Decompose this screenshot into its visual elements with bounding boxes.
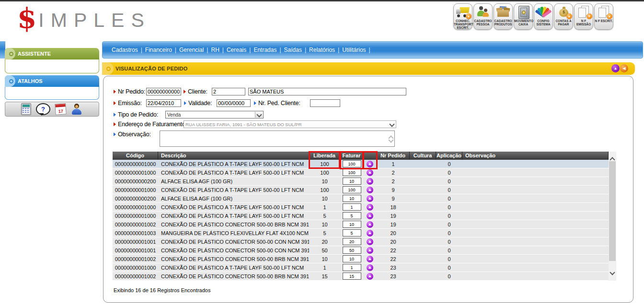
scrollbar-thumb[interactable] xyxy=(609,161,616,261)
faturar-input[interactable] xyxy=(343,160,361,167)
menu-item-utilitários[interactable]: Utilitários xyxy=(342,47,366,53)
transfer-orb-button[interactable] xyxy=(367,169,373,176)
emissao-input[interactable] xyxy=(146,99,181,107)
help-icon[interactable]: ? xyxy=(36,103,50,115)
transfer-orb-button[interactable] xyxy=(367,195,373,202)
toolbar-button-contas-a-pagar[interactable]: $ ▲ CONTAS A PAGAR xyxy=(554,3,573,30)
transfer-orb-button[interactable] xyxy=(367,204,373,211)
col-header-liberada[interactable]: Liberada xyxy=(309,152,340,160)
menu-item-entradas[interactable]: Entradas xyxy=(253,47,276,53)
table-row[interactable]: 00000000001000 CONEXÃO DE PLÁSTICO A T-T… xyxy=(113,186,616,194)
faturar-input[interactable] xyxy=(343,264,361,271)
faturar-input[interactable] xyxy=(343,203,361,211)
col-header-action xyxy=(363,152,377,160)
table-row[interactable]: 00000000000200 ALFACE ELISA AGF (100 GR)… xyxy=(113,177,616,186)
toolbar-button-movimento-caixa[interactable]: MOVIMENTO CAIXA xyxy=(514,3,533,30)
faturar-input[interactable] xyxy=(343,178,361,185)
scrollbar-down-icon[interactable] xyxy=(610,268,614,276)
col-header-descricao[interactable]: Descrição xyxy=(158,152,309,160)
transfer-orb-button[interactable] xyxy=(367,213,373,219)
toolbar-button-cadastro-pessoa[interactable]: CADASTRO PESSOA xyxy=(473,3,493,30)
table-row[interactable]: 00000000001003 MANGUEIRA DE PLÁSTICO FLE… xyxy=(113,229,616,237)
table-row[interactable]: 00000000001000 CONEXÃO DE PLÁSTICO A T-T… xyxy=(113,212,616,220)
menu-item-cereais[interactable]: Cereais xyxy=(227,47,246,53)
transfer-orb-button[interactable] xyxy=(367,161,373,167)
back-button[interactable]: ◀ xyxy=(620,64,628,72)
table-row[interactable]: 00000000000200 ALFACE ELISA AGF (100 GR)… xyxy=(113,194,616,203)
toolbar-button-nf-escrit[interactable]: ▲ N F ESCRIT. xyxy=(594,3,613,30)
faturar-input[interactable] xyxy=(343,169,361,176)
toolbar-button-cadastro-produtos[interactable]: CADASTRO PRODUTOS xyxy=(494,3,513,30)
faturar-input[interactable] xyxy=(343,195,361,202)
transfer-orb-button[interactable] xyxy=(367,273,373,280)
cliente-name-input[interactable] xyxy=(248,88,406,95)
observacao-textarea[interactable] xyxy=(160,130,395,147)
faturar-input[interactable] xyxy=(343,247,361,254)
transfer-orb-button[interactable] xyxy=(367,230,373,237)
table-row[interactable]: 00000000001000 CONEXÃO DE PLÁSTICO A T-T… xyxy=(113,168,616,177)
toolbar-button-config-sistema[interactable]: CONFIG SISTEMA xyxy=(534,3,553,30)
faturar-input[interactable] xyxy=(343,255,361,262)
faturar-input[interactable] xyxy=(343,272,361,280)
menu-item-relatórios[interactable]: Relatórios xyxy=(309,47,335,53)
atalhos-panel-header[interactable]: ATALHOS xyxy=(5,75,99,87)
user-icon[interactable] xyxy=(71,104,82,115)
transfer-orb-button[interactable] xyxy=(367,264,373,271)
transfer-orb-button[interactable] xyxy=(367,238,373,245)
cell-faturar xyxy=(340,160,363,167)
cliente-code-input[interactable] xyxy=(212,88,245,95)
faturar-input[interactable] xyxy=(343,238,361,245)
calendar-icon[interactable]: 17 xyxy=(55,103,67,115)
collapse-up-button[interactable]: ▲ xyxy=(611,64,620,72)
nr-ped-cliente-input[interactable] xyxy=(310,99,340,107)
documents-icon: ▲ xyxy=(596,5,611,19)
cell-action xyxy=(363,195,377,202)
table-row[interactable]: 00000000001001 CONEXÃO DE PLÁSTICO CONEC… xyxy=(113,246,616,255)
faturar-input[interactable] xyxy=(343,212,361,219)
table-row[interactable]: 00000000001001 CONEXÃO DE PLÁSTICO CONEC… xyxy=(113,237,616,246)
tipo-pedido-select[interactable]: Venda xyxy=(165,111,264,118)
menu-item-cadastros[interactable]: Cadastros xyxy=(112,47,138,53)
col-header-cultura[interactable]: Cultura xyxy=(410,152,436,160)
col-header-observacao[interactable]: Observação xyxy=(462,152,609,160)
toolbar-button-label: CONTAS A PAGAR xyxy=(554,19,573,26)
menu-item-rh[interactable]: RH xyxy=(211,47,219,53)
cell-aplicacao: 0 xyxy=(436,222,462,227)
table-row[interactable]: 00000000001002 CONEXÃO DE PLÁSTICO CONEC… xyxy=(113,255,616,263)
cell-faturar xyxy=(340,178,363,185)
scroll-down-icon[interactable] xyxy=(389,135,393,144)
table-row[interactable]: 00000000001002 CONEXÃO DE PLÁSTICO CONEC… xyxy=(113,220,616,229)
validade-input[interactable] xyxy=(217,99,251,107)
menu-item-gerencial[interactable]: Gerencial xyxy=(179,47,204,53)
table-scrollbar[interactable] xyxy=(609,152,616,281)
toolbar-button-nf-emissao[interactable]: ▼ N F EMISSÃO xyxy=(574,3,593,30)
dropdown-button[interactable] xyxy=(255,112,263,118)
transfer-orb-button[interactable] xyxy=(367,247,373,254)
transfer-orb-button[interactable] xyxy=(367,256,373,262)
menu-item-saídas[interactable]: Saídas xyxy=(284,47,302,53)
table-row[interactable]: 00000000001000 CONEXÃO DE PLÁSTICO A T-T… xyxy=(113,263,616,272)
transfer-orb-button[interactable] xyxy=(367,187,373,193)
up-arrow-badge-icon: ▲ xyxy=(607,13,612,19)
endereco-select[interactable]: RUA ULISSES FARIA, 1091 - SÃO MATEUS DO … xyxy=(184,120,396,128)
faturar-input[interactable] xyxy=(343,229,361,237)
menu-item-financeiro[interactable]: Financeiro xyxy=(145,47,172,53)
toolbar-button-conhec-transporte[interactable]: ▲ CONHEC. TRANSPORTE ESCRIT. xyxy=(453,3,472,30)
nr-pedido-input[interactable] xyxy=(146,88,181,95)
faturar-input[interactable] xyxy=(343,186,361,193)
col-header-faturar[interactable]: Faturar xyxy=(340,152,363,160)
table-row[interactable]: 00000000001000 CONEXÃO DE PLÁSTICO A T-T… xyxy=(113,203,616,212)
col-header-codigo[interactable]: Código xyxy=(113,152,158,160)
transfer-orb-button[interactable] xyxy=(367,178,373,185)
cell-codigo: 00000000001000 xyxy=(113,161,158,167)
table-row[interactable]: 00000000001000 CONEXÃO DE PLÁSTICO A T-T… xyxy=(113,160,616,168)
table-row[interactable]: 00000000001002 CONEXÃO DE PLÁSTICO CONEC… xyxy=(113,272,616,281)
transfer-orb-button[interactable] xyxy=(367,221,373,228)
col-header-nr-pedido[interactable]: Nr Pedido xyxy=(377,152,410,160)
faturar-input[interactable] xyxy=(343,221,361,228)
assistente-panel-header[interactable]: ASSISTENTE xyxy=(5,48,99,59)
dropdown-button[interactable] xyxy=(388,121,395,127)
calculator-icon[interactable] xyxy=(21,103,31,115)
col-header-aplicacao[interactable]: Aplicação xyxy=(436,152,462,160)
tipo-pedido-value: Venda xyxy=(167,112,181,118)
